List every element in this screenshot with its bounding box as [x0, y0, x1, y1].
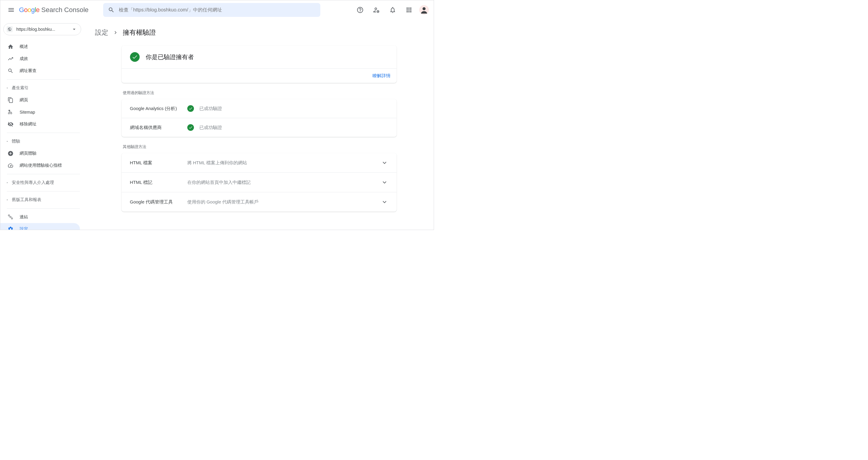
sidebar-item-label: 成效: [20, 56, 28, 62]
method-name: HTML 檔案: [130, 160, 187, 166]
chevron-down-icon: [381, 159, 388, 166]
method-desc: 使用你的 Google 代碼管理工具帳戶: [187, 199, 381, 205]
sidebar: https://blog.boshku... 概述 成效 網址審查 產生索引 網…: [0, 20, 84, 230]
chevron-down-icon: [71, 26, 77, 32]
divider: [7, 133, 80, 133]
chevron-right-icon: [113, 30, 119, 36]
learn-more-button[interactable]: 瞭解詳情: [372, 73, 391, 78]
sidebar-item-label: 網站使用體驗核心指標: [20, 163, 62, 168]
svg-point-1: [423, 7, 426, 10]
product-name: Search Console: [41, 6, 89, 14]
sidebar-section-label: 體驗: [12, 139, 20, 144]
method-name: 網域名稱供應商: [130, 125, 187, 131]
sidebar-item-performance[interactable]: 成效: [0, 53, 80, 65]
bell-icon: [389, 6, 396, 13]
check-circle-icon: [187, 124, 194, 131]
svg-rect-7: [10, 217, 11, 218]
sidebar-section-label: 舊版工具和報表: [12, 197, 41, 203]
search-input[interactable]: [119, 7, 315, 13]
svg-rect-2: [8, 110, 10, 111]
method-name: HTML 標記: [130, 180, 187, 186]
method-name: Google Analytics (分析): [130, 106, 187, 111]
header-actions: [354, 4, 429, 16]
breadcrumb-parent[interactable]: 設定: [95, 28, 108, 37]
method-row-gtm[interactable]: Google 代碼管理工具 使用你的 Google 代碼管理工具帳戶: [122, 192, 397, 211]
header: Google Search Console: [0, 0, 434, 20]
links-icon: [7, 214, 13, 220]
verified-card: 你是已驗證擁有者 瞭解詳情: [122, 45, 397, 83]
method-row-html-file[interactable]: HTML 檔案 將 HTML 檔案上傳到你的網站: [122, 153, 397, 173]
method-desc: 將 HTML 檔案上傳到你的網站: [187, 160, 381, 166]
hamburger-icon: [7, 6, 15, 13]
verified-banner: 你是已驗證擁有者: [122, 45, 397, 69]
sidebar-section-indexing[interactable]: 產生索引: [0, 82, 84, 94]
globe-icon: [7, 26, 13, 32]
caret-right-icon: [6, 198, 9, 201]
sidebar-item-label: 網頁體驗: [20, 151, 36, 156]
check-circle-icon: [130, 52, 140, 62]
method-row-domain[interactable]: 網域名稱供應商 已成功驗證: [122, 118, 397, 137]
divider: [7, 79, 80, 79]
sidebar-section-experience[interactable]: 體驗: [0, 135, 84, 147]
trending-icon: [7, 56, 13, 62]
sidebar-item-label: 概述: [20, 44, 28, 50]
pages-icon: [7, 97, 13, 103]
gear-icon: [7, 226, 13, 230]
sidebar-item-removals[interactable]: 移除網址: [0, 118, 80, 130]
method-desc: 在你的網站首頁中加入中繼標記: [187, 180, 381, 186]
verified-title: 你是已驗證擁有者: [146, 53, 194, 61]
google-logo: Google: [19, 6, 39, 14]
caret-down-icon: [6, 140, 9, 143]
method-row-ga[interactable]: Google Analytics (分析) 已成功驗證: [122, 99, 397, 118]
sidebar-section-security[interactable]: 安全性與專人介入處理: [0, 177, 84, 189]
method-status-text: 已成功驗證: [199, 125, 222, 131]
home-icon: [7, 44, 13, 50]
method-status-text: 已成功驗證: [199, 106, 222, 111]
caret-right-icon: [6, 181, 9, 184]
sidebar-item-sitemap[interactable]: Sitemap: [0, 106, 80, 118]
chevron-down-icon: [381, 179, 388, 186]
sidebar-item-pages[interactable]: 網頁: [0, 94, 80, 106]
plus-circle-icon: [7, 151, 13, 157]
breadcrumb-current: 擁有權驗證: [123, 28, 156, 37]
users-button[interactable]: [370, 4, 382, 16]
search-icon: [108, 7, 115, 13]
search-bar[interactable]: [103, 3, 320, 17]
search-icon: [7, 68, 13, 74]
breadcrumb: 設定 擁有權驗證: [95, 28, 423, 37]
used-methods-card: Google Analytics (分析) 已成功驗證 網域名稱供應商 已成功驗…: [122, 99, 397, 137]
sidebar-item-overview[interactable]: 概述: [0, 41, 80, 53]
speed-icon: [7, 162, 13, 168]
notifications-button[interactable]: [386, 4, 399, 16]
property-selector[interactable]: https://blog.boshku...: [3, 23, 81, 35]
sidebar-item-label: 網頁: [20, 97, 28, 103]
visibility-off-icon: [7, 121, 13, 127]
method-status: 已成功驗證: [187, 124, 222, 131]
sidebar-item-label: 連結: [20, 214, 28, 220]
main-content: 設定 擁有權驗證 你是已驗證擁有者 瞭解詳情 使用過的驗證方法 Google: [84, 20, 434, 230]
sidebar-item-label: Sitemap: [20, 110, 35, 114]
avatar-icon: [419, 5, 429, 15]
check-circle-icon: [187, 105, 194, 112]
sidebar-item-url-inspection[interactable]: 網址審查: [0, 65, 80, 77]
method-name: Google 代碼管理工具: [130, 199, 187, 205]
caret-down-icon: [6, 87, 9, 90]
apps-button[interactable]: [403, 4, 415, 16]
sidebar-section-label: 安全性與專人介入處理: [12, 180, 54, 186]
sidebar-section-legacy[interactable]: 舊版工具和報表: [0, 194, 84, 206]
menu-button[interactable]: [5, 4, 17, 16]
card-footer: 瞭解詳情: [122, 69, 397, 83]
avatar[interactable]: [419, 5, 429, 15]
logo-area[interactable]: Google Search Console: [19, 6, 89, 14]
person-settings-icon: [373, 6, 380, 13]
other-methods-card: HTML 檔案 將 HTML 檔案上傳到你的網站 HTML 標記 在你的網站首頁…: [122, 153, 397, 211]
sidebar-item-page-experience[interactable]: 網頁體驗: [0, 147, 80, 160]
help-button[interactable]: [354, 4, 366, 16]
sitemap-icon: [7, 109, 13, 115]
sidebar-item-settings[interactable]: 設定: [0, 223, 80, 230]
method-row-html-tag[interactable]: HTML 標記 在你的網站首頁中加入中繼標記: [122, 173, 397, 192]
used-methods-label: 使用過的驗證方法: [123, 90, 397, 96]
sidebar-item-label: 網址審查: [20, 68, 36, 73]
sidebar-item-core-web-vitals[interactable]: 網站使用體驗核心指標: [0, 160, 80, 171]
sidebar-item-links[interactable]: 連結: [0, 211, 80, 223]
